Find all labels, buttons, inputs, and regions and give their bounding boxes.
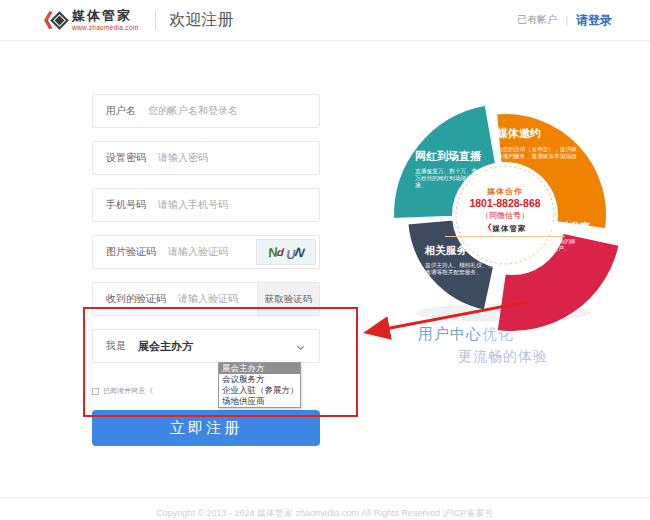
- brand-logo[interactable]: 《 媒体管家 www.zhaomedia.com: [34, 9, 139, 30]
- field-sms-code[interactable]: 收到的验证码 请输入验证码 获取验证码: [92, 282, 320, 316]
- field-username[interactable]: 用户名 您的帐户名和登录名: [92, 94, 320, 128]
- role-select-value: 展会主办方: [138, 339, 193, 354]
- footer-copyright: Copyright © 2013 - 2024 媒体管家 zhaomedia.c…: [0, 507, 650, 520]
- role-select[interactable]: 我是 展会主办方: [92, 329, 320, 363]
- have-account-text: 已有帐户: [517, 13, 557, 27]
- header: 《 媒体管家 www.zhaomedia.com 欢迎注册 已有帐户 | 请登录: [0, 0, 650, 41]
- login-link[interactable]: 请登录: [576, 12, 612, 29]
- register-button[interactable]: 立即注册: [92, 410, 320, 446]
- center-brand-name: 媒体管家: [493, 224, 527, 234]
- brand-name: 媒体管家: [72, 9, 139, 23]
- field-phone-placeholder: 请输入手机号码: [158, 198, 228, 212]
- dropdown-option-venue-supplier[interactable]: 场地供应商: [219, 396, 300, 407]
- segment-desc: 提供主持人、模特礼仪、明星邀请等相关配套服务。: [425, 262, 501, 276]
- role-dropdown-panel: 展会主办方 会议服务方 企业入驻（参展方） 场地供应商: [218, 362, 301, 408]
- field-username-label: 用户名: [106, 104, 136, 118]
- center-title: 媒体合作: [445, 187, 565, 197]
- field-image-captcha-placeholder: 请输入验证码: [168, 245, 228, 259]
- segment-related-services-label: 相关服务 提供主持人、模特礼仪、明星邀请等相关配套服务。: [425, 244, 515, 277]
- wheel-center: 媒体合作 1801-8828-868 （同微信号） 《 媒体管家: [445, 187, 565, 237]
- captcha-char: N: [294, 244, 306, 260]
- field-phone-label: 手机号码: [106, 198, 146, 212]
- services-wheel: 网红到场直播 直播覆盖万、数十万、数百万粉丝的网红到场现场直播。 媒体邀约 为您…: [385, 95, 625, 335]
- center-wechat: （同微信号）: [445, 211, 565, 221]
- field-username-placeholder: 您的帐户名和登录名: [148, 104, 238, 118]
- field-password-label: 设置密码: [106, 151, 146, 165]
- get-code-button[interactable]: 获取验证码: [257, 283, 319, 315]
- center-phone: 1801-8828-868: [445, 197, 565, 211]
- logo-chevrons-icon: 《: [34, 11, 51, 30]
- page-title: 欢迎注册: [170, 10, 234, 31]
- logo-text: 媒体管家 www.zhaomedia.com: [72, 9, 139, 30]
- agreement-link[interactable]: 《: [146, 386, 153, 396]
- segment-title: 网红到场直播: [415, 150, 510, 164]
- agree-label: 已阅读并同意: [103, 386, 145, 396]
- footer-divider: [0, 497, 650, 498]
- register-page: 《 媒体管家 www.zhaomedia.com 欢迎注册 已有帐户 | 请登录…: [0, 0, 650, 520]
- dropdown-option-enterprise-exhibitor[interactable]: 企业入驻（参展方）: [219, 385, 300, 396]
- promo-line-2: 更流畅的体验: [458, 348, 548, 366]
- header-separator: |: [565, 14, 568, 26]
- logo-chevrons-icon: 《: [484, 223, 491, 233]
- segment-title: 媒体邀约: [497, 127, 592, 141]
- field-image-captcha[interactable]: 图片验证码 请输入验证码 N d U N: [92, 235, 320, 269]
- role-select-label: 我是: [106, 339, 126, 353]
- segment-desc: 为您的活动（发布会），提供媒体邀约服务，邀请媒体来现场报道。: [497, 146, 579, 167]
- segment-title: 相关服务: [425, 244, 515, 257]
- header-right: 已有帐户 | 请登录: [517, 12, 612, 29]
- logo-diamond-icon: [50, 11, 68, 29]
- field-image-captcha-label: 图片验证码: [106, 245, 156, 259]
- field-sms-code-label: 收到的验证码: [106, 292, 166, 306]
- chevron-down-icon: [297, 343, 304, 350]
- brand-url: www.zhaomedia.com: [72, 24, 139, 31]
- captcha-image[interactable]: N d U N: [256, 239, 316, 265]
- segment-live-stream-label: 网红到场直播 直播覆盖万、数十万、数百万粉丝的网红到场现场直播。: [415, 150, 510, 190]
- segment-media-invite-label: 媒体邀约 为您的活动（发布会），提供媒体邀约服务，邀请媒体来现场报道。: [497, 127, 592, 168]
- field-password[interactable]: 设置密码 请输入密码: [92, 141, 320, 175]
- segment-desc: 服务没有到场的媒体，辅助发声。: [530, 238, 583, 252]
- captcha-char: d: [276, 246, 284, 259]
- field-phone[interactable]: 手机号码 请输入手机号码: [92, 188, 320, 222]
- agree-checkbox[interactable]: [92, 388, 99, 395]
- dropdown-option-conference-service[interactable]: 会议服务方: [219, 374, 300, 385]
- agree-row: 已阅读并同意 《: [92, 386, 153, 396]
- header-divider: [155, 10, 156, 30]
- segment-desc: 直播覆盖万、数十万、数百万粉丝的网红到场现场直播。: [415, 168, 483, 189]
- field-sms-code-placeholder: 请输入验证码: [178, 292, 238, 306]
- center-brand-badge: 《 媒体管家: [445, 223, 565, 236]
- dropdown-option-exhibition-organizer[interactable]: 展会主办方: [219, 363, 300, 374]
- field-password-placeholder: 请输入密码: [158, 151, 208, 165]
